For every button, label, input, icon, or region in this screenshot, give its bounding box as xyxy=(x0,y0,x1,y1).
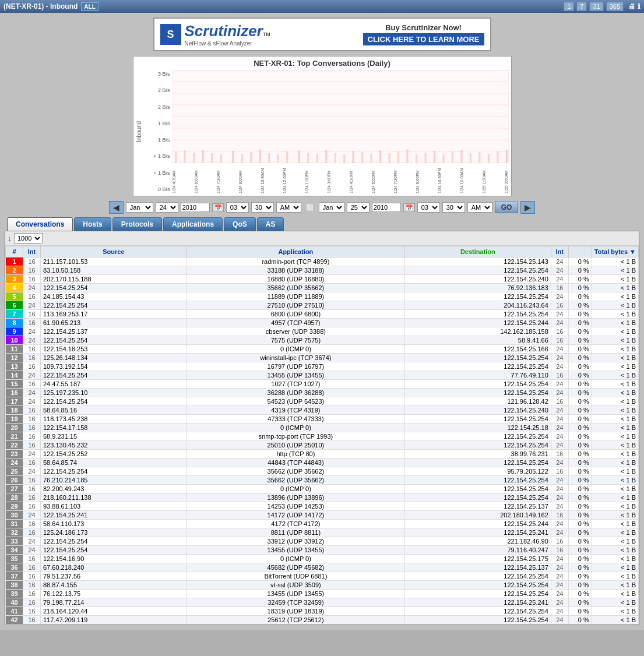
table-row[interactable]: 424122.154.25.25435662 (UDP 35662)76.92.… xyxy=(6,284,639,292)
row-dest[interactable]: 122.154.25.254 xyxy=(404,310,551,319)
table-row[interactable]: 624122.154.25.25427510 (UDP 27510)204.11… xyxy=(6,301,639,310)
row-source[interactable]: 79.198.77.214 xyxy=(41,598,187,607)
table-row[interactable]: 3424122.154.25.25413455 (UDP 13455)79.11… xyxy=(6,546,639,555)
table-row[interactable]: 4116218.164.120.4418319 (UDP 18319)122.1… xyxy=(6,607,639,616)
table-row[interactable]: 1024122.154.25.2547575 (UDP 7575)58.9.41… xyxy=(6,336,639,345)
row-source[interactable]: 82.200.49.243 xyxy=(41,485,187,493)
row-dest[interactable]: 122.154.25.166 xyxy=(404,345,551,354)
row-source[interactable]: 122.154.25.241 xyxy=(41,511,187,520)
row-dest[interactable]: 202.180.149.162 xyxy=(404,511,551,520)
row-source[interactable]: 125.24.186.173 xyxy=(41,528,187,537)
row-source[interactable]: 113.169.253.17 xyxy=(41,310,187,319)
row-dest[interactable]: 122.154.25.254 xyxy=(404,354,551,362)
row-dest[interactable]: 122.154.25.244 xyxy=(404,319,551,327)
table-row[interactable]: 4216117.47.209.11925612 (TCP 25612)122.1… xyxy=(6,616,639,625)
start-day-select[interactable]: 24 xyxy=(156,202,178,213)
row-dest[interactable]: 122.154.25.254 xyxy=(404,266,551,275)
row-source[interactable]: 24.185.154.43 xyxy=(41,292,187,301)
row-source[interactable]: 79.51.237.56 xyxy=(41,572,187,581)
tab-applications[interactable]: Applications xyxy=(163,217,223,231)
end-cal-btn[interactable]: 📅 xyxy=(403,203,415,212)
table-row[interactable]: 291693.88.61.10314253 (UDP 14253)122.154… xyxy=(6,502,639,511)
row-source[interactable]: 109.73.192.154 xyxy=(41,362,187,371)
row-dest[interactable]: 77.76.49.110 xyxy=(404,371,551,380)
table-row[interactable]: 3216125.24.186.1738811 (UDP 8811)122.154… xyxy=(6,528,639,537)
table-row[interactable]: 391676.122.13.7513455 (UDP 13455)122.154… xyxy=(6,590,639,598)
row-source[interactable]: 122.154.25.254 xyxy=(41,467,187,476)
row-dest[interactable]: 122.154.25.254 xyxy=(404,616,551,625)
day31-btn[interactable]: 31 xyxy=(589,2,603,11)
row-dest[interactable]: 122.154.25.137 xyxy=(404,563,551,572)
table-row[interactable]: 361667.60.218.24045682 (UDP 45682)122.15… xyxy=(6,563,639,572)
row-dest[interactable]: 58.9.41.66 xyxy=(404,336,551,345)
col-header-dest[interactable]: Destination xyxy=(404,246,551,258)
row-dest[interactable]: 122.154.25.254 xyxy=(404,362,551,371)
row-source[interactable]: 122.154.25.254 xyxy=(41,537,187,546)
row-source[interactable]: 122.154.25.252 xyxy=(41,450,187,459)
table-row[interactable]: 2324122.154.25.252http (TCP 80)38.99.76.… xyxy=(6,450,639,459)
go-btn[interactable]: GO xyxy=(495,202,519,213)
table-row[interactable]: 1724122.154.25.25454523 (UDP 54523)121.9… xyxy=(6,397,639,406)
row-dest[interactable]: 142.162.185.158 xyxy=(404,327,551,336)
print-icon[interactable]: 🖨 xyxy=(628,2,635,10)
row-dest[interactable]: 122.154.25.143 xyxy=(404,258,551,266)
table-row[interactable]: 1624125.197.235.1036288 (UDP 36288)122.1… xyxy=(6,389,639,397)
row-source[interactable]: 58.9.231.15 xyxy=(41,432,187,441)
table-row[interactable]: 381688.87.4.155vt-ssl (UDP 3509)122.154.… xyxy=(6,581,639,590)
start-min-select[interactable]: 30 xyxy=(251,202,274,213)
row-dest[interactable]: 221.182.46.90 xyxy=(404,537,551,546)
table-row[interactable]: 1316109.73.192.15416797 (UDP 16797)122.1… xyxy=(6,362,639,371)
start-month-select[interactable]: JanFebMarApr MayJunJulAug SepOctNovDec xyxy=(126,202,153,213)
table-row[interactable]: 3324122.154.25.25433912 (UDP 33912)221.1… xyxy=(6,537,639,546)
table-row[interactable]: 401679.198.77.21432459 (TCP 32459)122.15… xyxy=(6,598,639,607)
row-dest[interactable]: 122.154.25.254 xyxy=(404,292,551,301)
tab-as[interactable]: AS xyxy=(257,217,284,231)
row-dest[interactable]: 95.79.205.122 xyxy=(404,467,551,476)
row-source[interactable]: 88.87.4.155 xyxy=(41,581,187,590)
table-row[interactable]: 2816218.160.211.13813896 (UDP 13896)122.… xyxy=(6,493,639,502)
tab-conversations[interactable]: Conversations xyxy=(7,217,73,231)
row-source[interactable]: 123.130.45.232 xyxy=(41,441,187,450)
table-row[interactable]: 371679.51.237.56BitTorrent (UDP 6881)122… xyxy=(6,572,639,581)
table-row[interactable]: 241658.64.85.7444843 (TCP 44843)122.154.… xyxy=(6,459,639,467)
table-row[interactable]: 2216123.130.45.23225010 (UDP 25010)122.1… xyxy=(6,441,639,450)
row-dest[interactable]: 122.154.25.137 xyxy=(404,502,551,511)
row-source[interactable]: 122.154.25.254 xyxy=(41,284,187,292)
day365-btn[interactable]: 365 xyxy=(606,2,624,11)
row-source[interactable]: 58.64.85.74 xyxy=(41,459,187,467)
table-row[interactable]: 271682.200.49.2430 (ICMP 0)122.154.25.25… xyxy=(6,485,639,493)
row-dest[interactable]: 121.96.128.42 xyxy=(404,397,551,406)
row-dest[interactable]: 122.154.25.18 xyxy=(404,424,551,432)
row-dest[interactable]: 122.154.25.254 xyxy=(404,493,551,502)
row-dest[interactable]: 122.154.25.254 xyxy=(404,590,551,598)
row-dest[interactable]: 122.154.25.175 xyxy=(404,555,551,563)
info-icon[interactable]: ℹ xyxy=(638,2,641,10)
row-source[interactable]: 24.47.55.187 xyxy=(41,380,187,389)
row-dest[interactable]: 38.99.76.231 xyxy=(404,450,551,459)
table-row[interactable]: 81661.90.65.2134957 (TCP 4957)122.154.25… xyxy=(6,319,639,327)
table-row[interactable]: 51624.185.154.4311889 (UDP 11889)122.154… xyxy=(6,292,639,301)
start-ampm-select[interactable]: AMPM xyxy=(276,202,301,213)
col-header-bytes[interactable]: Total bytes ▼ xyxy=(592,246,638,258)
row-dest[interactable]: 122.154.25.254 xyxy=(404,415,551,424)
row-dest[interactable]: 122.154.25.241 xyxy=(404,598,551,607)
export-icon[interactable]: ↓ xyxy=(8,234,12,243)
table-row[interactable]: 151624.47.55.1871027 (TCP 1027)122.154.2… xyxy=(6,380,639,389)
row-source[interactable]: 67.60.218.240 xyxy=(41,563,187,572)
tab-protocols[interactable]: Protocols xyxy=(112,217,162,231)
row-source[interactable]: 122.154.25.254 xyxy=(41,336,187,345)
table-row[interactable]: 1424122.154.25.25413455 (UDP 13455)77.76… xyxy=(6,371,639,380)
row-dest[interactable]: 204.116.243.64 xyxy=(404,301,551,310)
table-row[interactable]: 3516122.154.16.900 (ICMP 0)122.154.25.17… xyxy=(6,555,639,563)
row-source[interactable]: 61.90.65.213 xyxy=(41,319,187,327)
row-dest[interactable]: 122.154.25.244 xyxy=(404,520,551,528)
table-row[interactable]: 3024122.154.25.24114172 (UDP 14172)202.1… xyxy=(6,511,639,520)
end-min-select[interactable]: 30 xyxy=(442,202,465,213)
tab-hosts[interactable]: Hosts xyxy=(74,217,111,231)
rows-per-page-select[interactable]: 1000100500 xyxy=(14,233,43,244)
row-dest[interactable]: 122.154.25.254 xyxy=(404,389,551,397)
row-source[interactable]: 122.154.25.254 xyxy=(41,546,187,555)
table-row[interactable]: 316202.170.115.18816880 (UDP 16880)122.1… xyxy=(6,275,639,284)
row-dest[interactable]: 122.154.25.240 xyxy=(404,275,551,284)
col-header-source[interactable]: Source xyxy=(41,246,187,258)
